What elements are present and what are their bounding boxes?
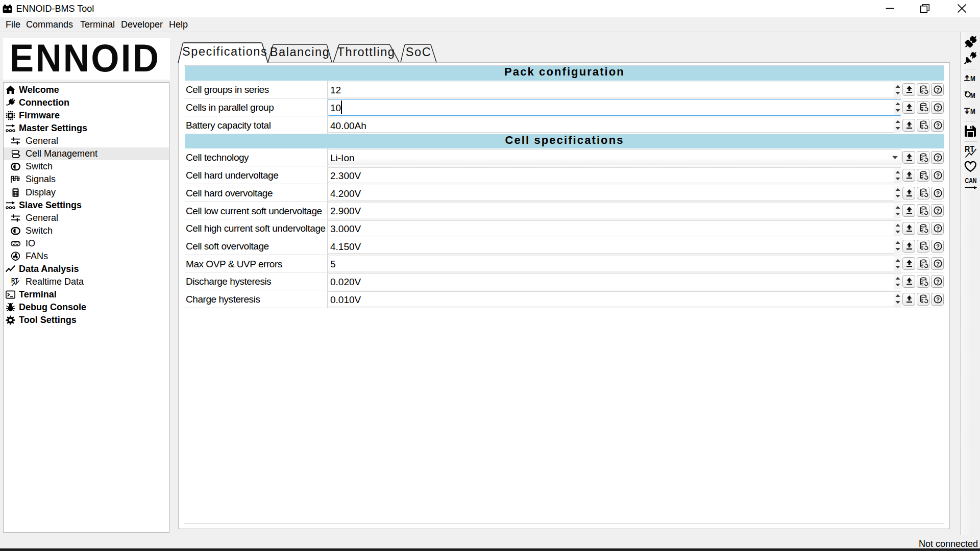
svg-text:?: ?: [936, 190, 939, 196]
svg-text:M: M: [970, 74, 975, 83]
svg-text:?: ?: [936, 122, 939, 128]
svg-text:M: M: [970, 91, 975, 99]
svg-text:?: ?: [936, 226, 939, 232]
svg-text:?: ?: [936, 261, 939, 267]
svg-text:RT: RT: [965, 144, 974, 154]
svg-text:CAN: CAN: [965, 176, 977, 185]
svg-text:?: ?: [936, 172, 939, 179]
svg-text:?: ?: [936, 155, 939, 161]
svg-text:?: ?: [936, 243, 939, 249]
svg-text:?: ?: [936, 296, 939, 302]
svg-text:?: ?: [936, 104, 939, 110]
svg-text:?: ?: [936, 279, 939, 285]
svg-text:?: ?: [936, 87, 939, 93]
svg-text:?: ?: [936, 208, 939, 214]
svg-text:M: M: [970, 107, 975, 115]
